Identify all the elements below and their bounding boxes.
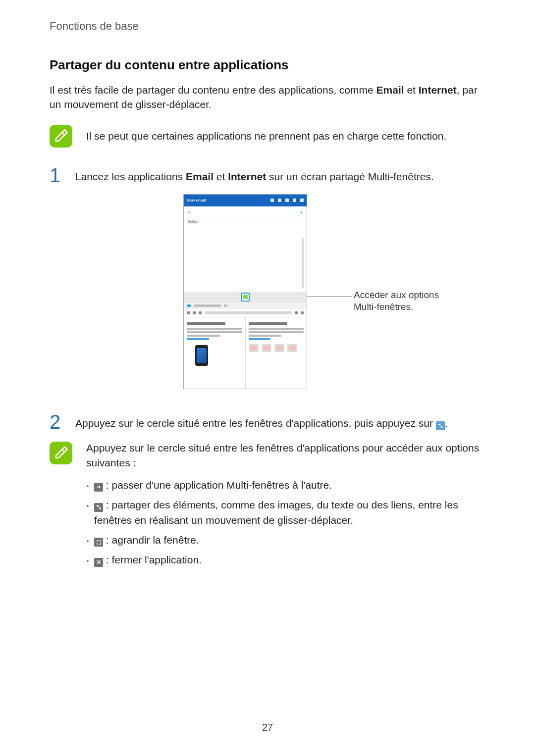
step1-pre: Lancez les applications (75, 171, 186, 182)
option-close-text: : fermer l'application. (103, 554, 202, 565)
email-app-bar: New email (184, 195, 307, 206)
browser-col-right (245, 317, 307, 390)
step-2-text: Appuyez sur le cercle situé entre les fe… (75, 416, 485, 430)
note-icon (50, 125, 72, 148)
article-line (249, 331, 304, 333)
send-icon (293, 199, 296, 202)
to-label: To (188, 211, 191, 214)
article-line (187, 331, 242, 333)
page-number: 27 (0, 722, 535, 733)
option-swap: • : passer d'une application Multi-fenêt… (86, 478, 485, 493)
article-heading (187, 322, 225, 325)
attach-icon (270, 199, 274, 202)
intro-text-mid: et (404, 84, 419, 96)
new-tab-icon (224, 304, 227, 307)
step-1-number: 1 (50, 165, 64, 185)
back-icon (187, 311, 190, 314)
save-icon (278, 199, 281, 202)
forward-icon (193, 311, 196, 314)
step-1-text: Lancez les applications Email et Interne… (75, 169, 485, 184)
article-line (249, 335, 282, 337)
pen-note-icon (54, 446, 68, 460)
figure: New email To▾ Subject (50, 194, 485, 392)
thumbnail (249, 344, 259, 352)
browser-content (184, 317, 307, 390)
svg-rect-0 (438, 424, 440, 425)
discard-icon (285, 199, 289, 202)
thumbnail (287, 344, 297, 352)
browser-tab (194, 304, 221, 307)
page: Fonctions de base Partager du contenu en… (0, 0, 535, 756)
menu-icon (300, 199, 304, 202)
article-line (187, 328, 242, 330)
options-list: • : passer d'une application Multi-fenêt… (86, 478, 485, 568)
home-icon (187, 304, 191, 307)
bullet-dot: • (86, 557, 89, 566)
option-close: • : fermer l'application. (86, 553, 485, 567)
step1-b1: Email (186, 171, 214, 182)
step-2: 2 Appuyez sur le cercle situé entre les … (50, 412, 485, 432)
option-share-text: : partager des éléments, comme des image… (94, 499, 458, 525)
product-image (187, 344, 216, 367)
step1-b2: Internet (228, 171, 266, 182)
multiwindow-divider (184, 292, 307, 302)
step1-mid: et (214, 171, 228, 182)
note-2-lead: Appuyez sur le cercle situé entre les fe… (86, 441, 485, 471)
bookmark-icon (295, 311, 298, 314)
option-maximize-text: : agrandir la fenêtre. (103, 534, 199, 546)
intro-paragraph: Il est très facile de partager du conten… (50, 83, 485, 112)
note-icon (50, 442, 72, 464)
step1-post: sur un écran partagé Multi-fenêtres. (266, 171, 434, 182)
step2-post: . (445, 417, 448, 429)
callout-line (307, 296, 352, 297)
bullet-dot: • (86, 503, 89, 511)
option-swap-text: : passer d'une application Multi-fenêtre… (103, 479, 332, 491)
url-bar (205, 311, 292, 314)
bullet-dot: • (86, 538, 89, 546)
email-compose-pane: To▾ Subject (184, 206, 307, 292)
note-2-body: Appuyez sur le cercle situé entre les fe… (86, 441, 485, 573)
subject-field-row: Subject (188, 217, 303, 226)
step2-pre: Appuyez sur le cercle situé entre les fe… (75, 417, 436, 429)
option-share: • : partager des éléments, comme des ima… (86, 498, 485, 528)
option-maximize: • : agrandir la fenêtre. (86, 533, 485, 548)
reload-icon (199, 311, 202, 314)
maximize-icon (94, 538, 103, 547)
expand-recipients-icon: ▾ (300, 210, 303, 215)
browser-tab-bar (184, 302, 307, 309)
email-app-icons (270, 199, 304, 202)
section-title: Partager du contenu entre applications (50, 57, 485, 73)
drag-share-icon (436, 421, 445, 430)
intro-bold-internet: Internet (419, 84, 457, 96)
article-line (187, 335, 220, 337)
thumbnail (274, 344, 284, 352)
multiwindow-handle (241, 293, 250, 302)
to-field-row: To▾ (188, 208, 303, 217)
bullet-dot: • (86, 483, 89, 491)
article-link (187, 338, 209, 340)
note-block-2: Appuyez sur le cercle situé entre les fe… (50, 441, 485, 573)
browser-toolbar (184, 309, 307, 317)
close-icon (94, 558, 103, 567)
browser-menu-icon (301, 311, 304, 314)
article-line (249, 328, 304, 330)
browser-col-left (184, 317, 245, 390)
thumbnail-row (249, 344, 304, 352)
email-app-title: New email (187, 198, 206, 202)
swap-icon (94, 483, 103, 492)
note-text-1: Il se peut que certaines applications ne… (86, 129, 446, 143)
margin-rule (26, 0, 26, 33)
callout-text: Accéder aux options Multi-fenêtres. (354, 289, 463, 313)
article-heading (249, 322, 287, 325)
svg-rect-2 (97, 505, 98, 506)
subject-label: Subject (188, 220, 199, 223)
article-link (249, 338, 271, 340)
scrollbar (302, 238, 304, 289)
intro-bold-email: Email (376, 84, 404, 96)
intro-text-pre: Il est très facile de partager du conten… (50, 84, 376, 96)
breadcrumb: Fonctions de base (50, 20, 485, 33)
pen-note-icon (54, 129, 68, 144)
step-2-number: 2 (50, 412, 64, 432)
device-screenshot: New email To▾ Subject (183, 194, 307, 389)
note-block-1: Il se peut que certaines applications ne… (50, 125, 485, 148)
